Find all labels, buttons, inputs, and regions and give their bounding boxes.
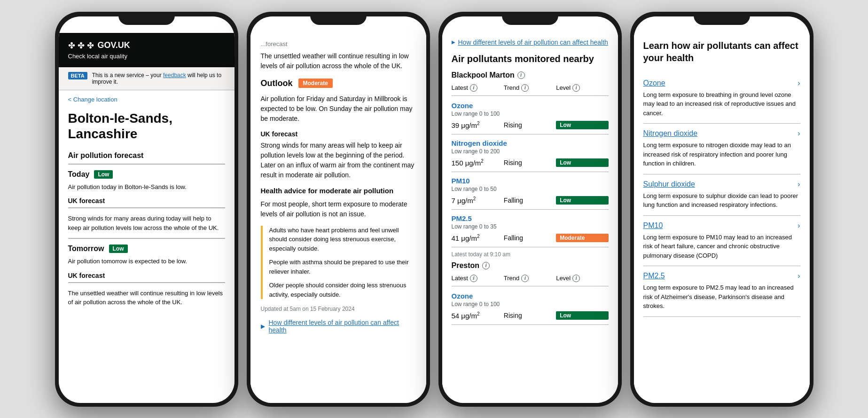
today-text: Air pollution today in Bolton-le-Sands i…	[68, 182, 225, 192]
tomorrow-badge: Low	[109, 244, 128, 253]
unsettled-text: The unsettled weather will continue resu…	[261, 51, 416, 71]
learn-pm10-link[interactable]: PM10	[643, 221, 663, 230]
pm25-range-1: Low range 0 to 35	[452, 223, 609, 230]
pm10-range-1: Low range 0 to 50	[452, 186, 609, 192]
pm10-chevron-icon: ›	[798, 221, 800, 230]
uk-forecast-title-2: UK forecast	[68, 272, 225, 279]
latest-info-icon[interactable]: i	[470, 84, 477, 92]
learn-no2-link[interactable]: Nitrogen dioxide	[643, 129, 698, 138]
learn-pm25-link[interactable]: PM2.5	[643, 272, 665, 280]
latest-info-icon-2[interactable]: i	[470, 275, 477, 282]
table-header-2: Latest i Trend i Level i	[452, 271, 609, 286]
uk-forecast-text-1: Strong winds for many areas during today…	[68, 214, 225, 232]
ozone-name-2[interactable]: Ozone	[452, 292, 609, 300]
trend-info-icon-2[interactable]: i	[521, 275, 529, 282]
main-content-1: < Change location Bolton-le-Sands, Lanca…	[59, 90, 235, 403]
advice-bullet-3: Older people should consider doing less …	[269, 281, 416, 299]
so2-chevron-icon: ›	[798, 180, 800, 189]
screen-content-1: ✤ ✤ ✤ GOV.UK Check local air quality BET…	[59, 33, 235, 403]
location-title: Bolton-le-Sands, Lancashire	[68, 110, 225, 142]
learn-pm25-block: PM2.5 › Long term exposure to PM2.5 may …	[643, 266, 800, 317]
ozone-value-2: 54 μg/m2	[452, 311, 504, 320]
pm25-row-1: 41 μg/m2 Falling Moderate	[452, 234, 609, 242]
station-info-icon-1[interactable]: i	[517, 71, 525, 79]
ozone-range-2: Low range 0 to 100	[452, 301, 609, 308]
no2-range-1: Low range 0 to 200	[452, 148, 609, 155]
learn-so2-link[interactable]: Sulphur dioxide	[643, 180, 695, 189]
today-row: Today Low	[68, 170, 225, 179]
scroll-content-2: ...forecast The unsettled weather will c…	[250, 33, 426, 403]
updated-text: Updated at 5am on 15 February 2024	[261, 306, 416, 312]
uk-forecast-title-p2: UK forecast	[261, 130, 416, 138]
pm25-name-1[interactable]: PM2.5	[452, 214, 609, 222]
level-info-icon[interactable]: i	[572, 84, 580, 92]
phone-notch-1	[118, 12, 175, 25]
pm25-value-1: 41 μg/m2	[452, 234, 504, 242]
tomorrow-label: Tomorrow	[68, 244, 104, 253]
header-latest-2: Latest i	[452, 275, 504, 282]
crown-icon: ✤ ✤ ✤	[68, 40, 94, 51]
link-row[interactable]: ▶ How different levels of air pollution …	[261, 319, 416, 334]
no2-value-1: 150 μg/m2	[452, 158, 504, 167]
how-different-link-p2[interactable]: How different levels of air pollution ca…	[269, 319, 416, 334]
station-name-1: Blackpool Marton i	[452, 71, 609, 79]
ozone-name-1[interactable]: Ozone	[452, 102, 609, 110]
learn-pm25-header: PM2.5 ›	[643, 272, 800, 280]
air-pollution-forecast-title: Air pollution forecast	[68, 151, 225, 160]
pm25-trend-1: Falling	[504, 234, 556, 242]
learn-pm10-header: PM10 ›	[643, 221, 800, 230]
ozone-value-1: 39 μg/m2	[452, 121, 504, 129]
divider-2	[68, 207, 225, 208]
pm25-level-1: Moderate	[556, 234, 608, 242]
no2-trend-1: Rising	[504, 159, 556, 166]
learn-ozone-block: Ozone › Long term exposure to breathing …	[643, 73, 800, 124]
advice-bullet-1: Adults who have heart problems and feel …	[269, 226, 416, 253]
health-advice-title: Health advice for moderate air pollution	[261, 187, 416, 195]
phone-notch-4	[694, 12, 750, 25]
truncated-header: ...forecast	[261, 40, 416, 47]
screen-content-3: ▶ How different levels of air pollution …	[442, 33, 618, 403]
pm10-name-1[interactable]: PM10	[452, 177, 609, 185]
phone-notch-3	[502, 12, 558, 25]
tomorrow-row: Tomorrow Low	[68, 244, 225, 253]
how-different-link-text-p3[interactable]: How different levels of air pollution ca…	[458, 39, 608, 46]
moderate-badge: Moderate	[298, 79, 333, 88]
screen-content-4: Learn how air pollutants can affect your…	[634, 33, 810, 403]
pm10-level-1: Low	[556, 196, 608, 205]
screen-content-2: ...forecast The unsettled weather will c…	[250, 33, 426, 403]
no2-name-1[interactable]: Nitrogen dioxide	[452, 139, 609, 147]
divider-1	[68, 164, 225, 165]
gov-header: ✤ ✤ ✤ GOV.UK Check local air quality	[59, 33, 235, 67]
beta-text: This is a new service – your feedback wi…	[92, 72, 225, 85]
how-different-link-p3[interactable]: ▶ How different levels of air pollution …	[452, 39, 609, 46]
phone-3: ▶ How different levels of air pollution …	[438, 12, 622, 407]
header-latest-1: Latest i	[452, 84, 504, 92]
header-level-1: Level i	[556, 84, 608, 92]
outlook-title: Outlook	[261, 79, 293, 88]
phone-screen-2: ...forecast The unsettled weather will c…	[250, 16, 426, 403]
uk-forecast-text-2: The unsettled weather will continue resu…	[68, 289, 225, 307]
level-info-icon-2[interactable]: i	[572, 275, 580, 282]
header-trend-2: Trend i	[504, 275, 556, 282]
timestamp-1: Latest today at 9:10 am	[452, 247, 609, 261]
trend-info-icon[interactable]: i	[521, 84, 529, 92]
pollutants-content: ▶ How different levels of air pollution …	[442, 33, 618, 403]
feedback-link[interactable]: feedback	[163, 72, 186, 79]
outlook-text: Air pollution for Friday and Saturday in…	[261, 94, 416, 124]
gov-subtitle: Check local air quality	[68, 53, 225, 60]
station-info-icon-2[interactable]: i	[482, 262, 490, 269]
link-triangle-icon: ▶	[452, 39, 455, 45]
beta-badge: BETA	[68, 72, 87, 79]
learn-so2-block: Sulphur dioxide › Long term exposure to …	[643, 174, 800, 216]
learn-content: Learn how air pollutants can affect your…	[634, 33, 810, 403]
phone-screen-3: ▶ How different levels of air pollution …	[442, 16, 618, 403]
change-location-link[interactable]: < Change location	[68, 96, 225, 103]
learn-ozone-link[interactable]: Ozone	[643, 79, 665, 87]
pollutants-main-title: Air pollutants monitored nearby	[452, 54, 609, 64]
beta-bar: BETA This is a new service – your feedba…	[59, 67, 235, 90]
ozone-range-1: Low range 0 to 100	[452, 110, 609, 117]
learn-pm10-block: PM10 › Long term exposure to PM10 may le…	[643, 216, 800, 267]
ozone-trend-2: Rising	[504, 312, 556, 319]
phone-2: ...forecast The unsettled weather will c…	[247, 12, 430, 407]
phone-4: Learn how air pollutants can affect your…	[630, 12, 813, 407]
